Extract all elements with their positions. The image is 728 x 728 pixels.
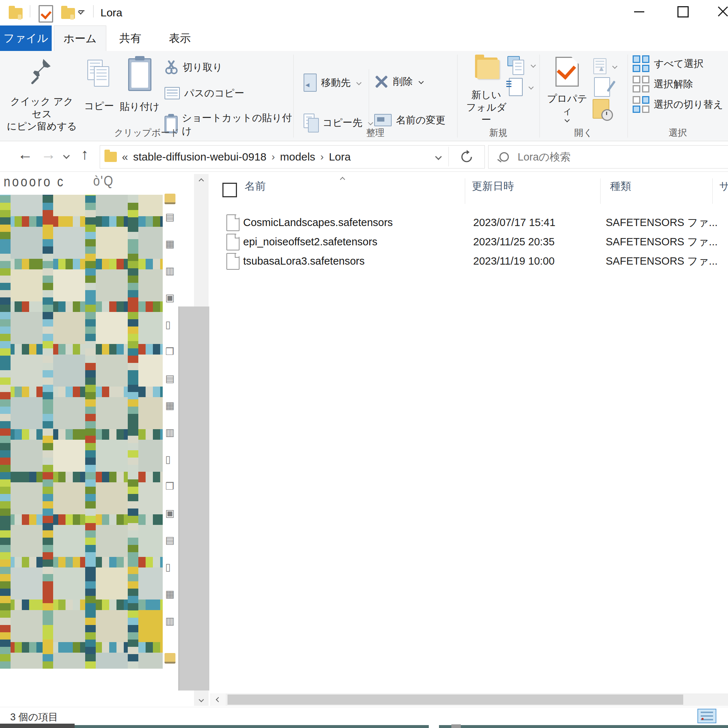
ribbon-group-select: すべて選択 選択解除 選択の切り替え 選択: [627, 51, 728, 141]
tab-view[interactable]: 表示: [159, 26, 201, 51]
new-folder-button[interactable]: 新しい フォルダー: [464, 58, 509, 126]
column-header-size[interactable]: サ: [719, 179, 728, 194]
breadcrumb-segment-models[interactable]: models: [280, 151, 315, 163]
address-dropdown-chevron-icon[interactable]: [435, 153, 442, 160]
copy-path-icon: [165, 87, 180, 99]
ribbon-group-new: 新しい フォルダー 新規: [457, 51, 540, 141]
properties-icon: [555, 57, 579, 87]
file-row[interactable]: tsubasaLora3.safetensors2023/11/19 10:00…: [210, 252, 728, 271]
minimize-button[interactable]: [625, 0, 654, 23]
breadcrumb-separator-icon: ›: [320, 151, 324, 163]
move-to-dropdown-icon[interactable]: [356, 80, 361, 85]
strip-folder-icon: [165, 194, 176, 204]
new-item-dropdown-icon[interactable]: [529, 84, 534, 90]
main-content: H+orN rB o noooro c ò'Q ▤▦▥▣▯❒▤▦▥▯❒▣▤▯▦▥…: [0, 172, 728, 693]
forward-button[interactable]: →: [41, 147, 56, 162]
up-button[interactable]: ↑: [81, 147, 89, 162]
horizontal-scrollbar-thumb[interactable]: [228, 694, 683, 705]
strip-glyph-icon: ▦: [165, 400, 175, 411]
pin-icon: [31, 57, 53, 86]
paste-button[interactable]: 貼り付け: [117, 58, 162, 113]
column-separator[interactable]: [712, 178, 713, 204]
maximize-icon: [678, 6, 689, 17]
file-icon: [226, 253, 240, 270]
address-bar[interactable]: « stable-diffusion-webui-0918 › models ›…: [100, 145, 485, 168]
file-type: SAFETENSORS ファ...: [606, 254, 718, 269]
file-name: epi_noiseoffset2.safetensors: [243, 236, 378, 248]
properties-button[interactable]: プロパティ: [545, 57, 589, 122]
delete-label: 削除: [393, 75, 413, 88]
new-folder-label-line2: フォルダー: [466, 102, 507, 125]
easy-access-dropdown-icon[interactable]: [531, 63, 536, 68]
delete-dropdown-icon[interactable]: [419, 79, 424, 84]
navigation-pane: H+orN rB o noooro c ò'Q ▤▦▥▣▯❒▤▦▥▯❒▣▤▯▦▥: [0, 172, 210, 693]
history-up-button[interactable]: ▲: [593, 58, 616, 74]
easy-access-icon: [508, 56, 525, 74]
details-view-button[interactable]: [697, 709, 716, 723]
breadcrumb-separator-icon: ›: [272, 151, 275, 163]
back-button[interactable]: ←: [17, 147, 33, 162]
strip-glyph-icon: ▤: [165, 534, 175, 546]
strip-glyph-icon: ▣: [165, 292, 175, 304]
column-header-type[interactable]: 種類: [610, 179, 631, 194]
select-all-button[interactable]: すべて選択: [633, 55, 704, 72]
move-to-button[interactable]: ◂ 移動先: [304, 73, 361, 92]
tab-file[interactable]: ファイル: [0, 26, 52, 51]
new-item-button[interactable]: [509, 78, 533, 96]
delete-button[interactable]: 削除: [374, 74, 423, 89]
maximize-button[interactable]: [668, 0, 697, 23]
file-icon: [226, 234, 240, 251]
breadcrumb-segment-current[interactable]: Lora: [329, 151, 350, 163]
address-refresh-separator: [448, 147, 449, 166]
column-header-modified[interactable]: 更新日時: [472, 179, 514, 194]
address-toolbar: ← → ↑ « stable-diffusion-webui-0918 › mo…: [0, 142, 728, 172]
qat-new-folder-icon[interactable]: [61, 8, 75, 19]
copy-button[interactable]: コピー: [81, 60, 117, 112]
new-folder-icon: [475, 58, 498, 78]
strip-glyph-icon: ▥: [165, 615, 175, 627]
strip-glyph-icon: ▥: [165, 265, 175, 277]
clear-selection-button[interactable]: 選択解除: [633, 76, 693, 92]
edit-button[interactable]: [594, 77, 610, 97]
file-row[interactable]: epi_noiseoffset2.safetensors2023/11/25 2…: [210, 232, 728, 252]
qat-customize-chevron-icon[interactable]: [79, 9, 84, 11]
ribbon: クイック アクセス にピン留めする コピー 貼り付け 切り取り パスのコピー シ…: [0, 51, 728, 141]
tab-share[interactable]: 共有: [109, 26, 151, 51]
breadcrumb-collapsed-marker[interactable]: «: [122, 151, 128, 163]
nav-scrollbar-up-button[interactable]: [194, 175, 209, 187]
rename-button[interactable]: 名前の変更: [374, 113, 445, 127]
copy-path-button[interactable]: パスのコピー: [165, 87, 244, 100]
refresh-icon[interactable]: [460, 150, 474, 164]
select-all-checkbox[interactable]: [222, 183, 237, 197]
close-button[interactable]: [712, 0, 728, 23]
tab-home[interactable]: ホーム: [54, 26, 106, 51]
history-up-dropdown-icon[interactable]: [612, 64, 617, 69]
pin-to-quick-access-button[interactable]: クイック アクセス にピン留めする: [5, 57, 78, 133]
invert-selection-button[interactable]: 選択の切り替え: [633, 96, 723, 113]
easy-access-button[interactable]: [508, 56, 535, 74]
nav-scrollbar-down-button[interactable]: [194, 693, 209, 706]
file-list-pane: 名前 更新日時 種類 サ CosmicLandscapes.safetensor…: [210, 172, 728, 693]
address-folder-icon: [104, 152, 117, 162]
strip-glyph-icon: ▦: [165, 238, 175, 250]
file-row[interactable]: CosmicLandscapes.safetensors2023/07/17 1…: [210, 213, 728, 232]
nav-scrollbar-thumb[interactable]: [178, 306, 209, 691]
breadcrumb-segment-root[interactable]: stable-diffusion-webui-0918: [133, 151, 266, 163]
status-bar: 3 個の項目: [0, 707, 728, 724]
properties-dropdown-icon[interactable]: [564, 117, 570, 122]
search-input[interactable]: [517, 151, 679, 164]
cut-label: 切り取り: [183, 61, 222, 74]
recent-locations-chevron-icon[interactable]: [63, 152, 70, 159]
cut-button[interactable]: 切り取り: [165, 60, 222, 74]
search-box[interactable]: [488, 145, 728, 168]
horizontal-scrollbar-left-button[interactable]: [211, 693, 226, 706]
history-button[interactable]: [593, 99, 609, 119]
column-header-name[interactable]: 名前: [245, 179, 266, 194]
column-separator[interactable]: [465, 178, 465, 204]
column-separator[interactable]: [600, 178, 601, 204]
move-to-icon: ◂: [304, 73, 317, 92]
qat-properties-icon[interactable]: [38, 5, 53, 23]
file-modified: 2023/11/25 20:35: [473, 236, 555, 248]
window-title: Lora: [101, 6, 122, 19]
properties-label: プロパティ: [545, 92, 589, 117]
